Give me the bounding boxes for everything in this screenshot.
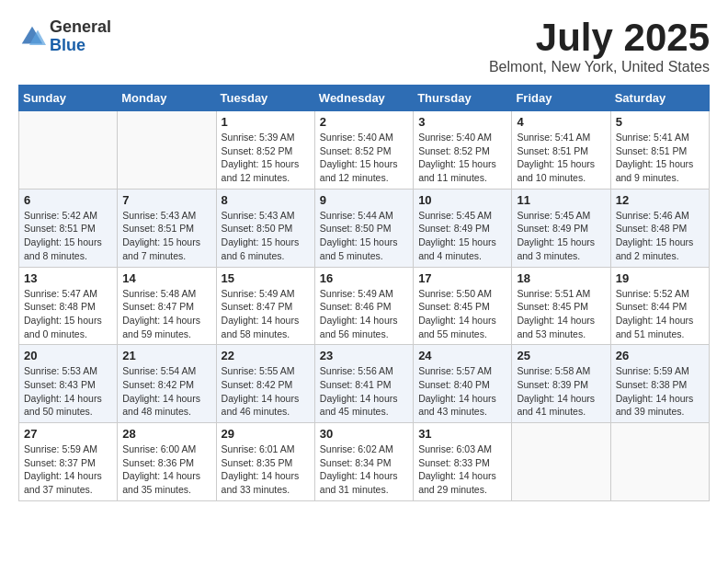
calendar-day-cell: 30Sunrise: 6:02 AM Sunset: 8:34 PM Dayli… bbox=[314, 423, 413, 501]
day-info: Sunrise: 5:54 AM Sunset: 8:42 PM Dayligh… bbox=[122, 364, 210, 419]
calendar-day-cell: 28Sunrise: 6:00 AM Sunset: 8:36 PM Dayli… bbox=[118, 423, 216, 501]
calendar-table: SundayMondayTuesdayWednesdayThursdayFrid… bbox=[18, 85, 710, 501]
day-number: 22 bbox=[222, 349, 310, 362]
calendar-day-cell: 14Sunrise: 5:48 AM Sunset: 8:47 PM Dayli… bbox=[118, 267, 216, 345]
calendar-day-cell bbox=[610, 423, 709, 501]
calendar-day-cell: 25Sunrise: 5:58 AM Sunset: 8:39 PM Dayli… bbox=[512, 345, 610, 423]
day-info: Sunrise: 5:42 AM Sunset: 8:51 PM Dayligh… bbox=[24, 209, 112, 263]
day-number: 25 bbox=[517, 349, 605, 362]
calendar-day-cell: 22Sunrise: 5:55 AM Sunset: 8:42 PM Dayli… bbox=[216, 345, 314, 423]
calendar-day-cell: 10Sunrise: 5:45 AM Sunset: 8:49 PM Dayli… bbox=[414, 189, 512, 267]
day-info: Sunrise: 5:41 AM Sunset: 8:51 PM Dayligh… bbox=[517, 131, 605, 185]
day-number: 30 bbox=[320, 427, 408, 441]
day-info: Sunrise: 5:47 AM Sunset: 8:48 PM Dayligh… bbox=[24, 287, 112, 341]
calendar-day-cell: 26Sunrise: 5:59 AM Sunset: 8:38 PM Dayli… bbox=[610, 345, 709, 423]
calendar-day-cell: 23Sunrise: 5:56 AM Sunset: 8:41 PM Dayli… bbox=[314, 345, 413, 423]
calendar-day-cell: 27Sunrise: 5:59 AM Sunset: 8:37 PM Dayli… bbox=[19, 423, 118, 501]
calendar-day-cell: 11Sunrise: 5:45 AM Sunset: 8:49 PM Dayli… bbox=[512, 189, 610, 267]
day-info: Sunrise: 5:46 AM Sunset: 8:48 PM Dayligh… bbox=[616, 209, 704, 263]
calendar-day-cell: 8Sunrise: 5:43 AM Sunset: 8:50 PM Daylig… bbox=[216, 189, 314, 267]
logo: General Blue bbox=[18, 18, 111, 55]
calendar-day-cell: 12Sunrise: 5:46 AM Sunset: 8:48 PM Dayli… bbox=[610, 189, 709, 267]
day-number: 24 bbox=[418, 349, 506, 362]
day-number: 9 bbox=[320, 193, 408, 207]
calendar-day-cell: 24Sunrise: 5:57 AM Sunset: 8:40 PM Dayli… bbox=[414, 345, 512, 423]
day-number: 21 bbox=[122, 349, 210, 362]
day-info: Sunrise: 5:57 AM Sunset: 8:40 PM Dayligh… bbox=[418, 364, 506, 419]
day-info: Sunrise: 6:02 AM Sunset: 8:34 PM Dayligh… bbox=[320, 442, 408, 497]
weekday-header-row: SundayMondayTuesdayWednesdayThursdayFrid… bbox=[19, 86, 710, 111]
page-header: General Blue July 2025 Belmont, New York… bbox=[18, 18, 710, 75]
day-number: 7 bbox=[122, 193, 210, 207]
calendar-day-cell: 29Sunrise: 6:01 AM Sunset: 8:35 PM Dayli… bbox=[216, 423, 314, 501]
calendar-day-cell bbox=[19, 111, 118, 190]
weekday-header: Thursday bbox=[414, 86, 512, 111]
day-info: Sunrise: 5:59 AM Sunset: 8:37 PM Dayligh… bbox=[24, 442, 112, 497]
weekday-header: Monday bbox=[118, 86, 216, 111]
day-info: Sunrise: 5:56 AM Sunset: 8:41 PM Dayligh… bbox=[320, 364, 408, 419]
calendar-day-cell: 13Sunrise: 5:47 AM Sunset: 8:48 PM Dayli… bbox=[19, 267, 118, 345]
day-number: 16 bbox=[320, 271, 408, 285]
calendar-day-cell: 2Sunrise: 5:40 AM Sunset: 8:52 PM Daylig… bbox=[314, 111, 413, 190]
calendar-day-cell: 20Sunrise: 5:53 AM Sunset: 8:43 PM Dayli… bbox=[19, 345, 118, 423]
day-number: 26 bbox=[616, 349, 704, 362]
calendar-day-cell: 4Sunrise: 5:41 AM Sunset: 8:51 PM Daylig… bbox=[512, 111, 610, 190]
weekday-header: Sunday bbox=[19, 86, 118, 111]
day-number: 15 bbox=[222, 271, 310, 285]
calendar-day-cell: 17Sunrise: 5:50 AM Sunset: 8:45 PM Dayli… bbox=[414, 267, 512, 345]
day-info: Sunrise: 5:45 AM Sunset: 8:49 PM Dayligh… bbox=[418, 209, 506, 263]
calendar-day-cell: 3Sunrise: 5:40 AM Sunset: 8:52 PM Daylig… bbox=[414, 111, 512, 190]
calendar-day-cell: 1Sunrise: 5:39 AM Sunset: 8:52 PM Daylig… bbox=[216, 111, 314, 190]
day-number: 10 bbox=[418, 193, 506, 207]
day-number: 2 bbox=[320, 115, 408, 129]
logo-icon bbox=[18, 23, 46, 51]
calendar-day-cell: 5Sunrise: 5:41 AM Sunset: 8:51 PM Daylig… bbox=[610, 111, 709, 190]
weekday-header: Tuesday bbox=[216, 86, 314, 111]
weekday-header: Wednesday bbox=[314, 86, 413, 111]
day-number: 13 bbox=[24, 271, 112, 285]
day-number: 3 bbox=[418, 115, 506, 129]
calendar-week-row: 1Sunrise: 5:39 AM Sunset: 8:52 PM Daylig… bbox=[19, 111, 710, 190]
day-number: 5 bbox=[616, 115, 704, 129]
month-title: July 2025 bbox=[489, 18, 710, 57]
day-info: Sunrise: 5:43 AM Sunset: 8:50 PM Dayligh… bbox=[222, 209, 310, 263]
day-info: Sunrise: 6:03 AM Sunset: 8:33 PM Dayligh… bbox=[418, 442, 506, 497]
calendar-day-cell: 7Sunrise: 5:43 AM Sunset: 8:51 PM Daylig… bbox=[118, 189, 216, 267]
calendar-week-row: 6Sunrise: 5:42 AM Sunset: 8:51 PM Daylig… bbox=[19, 189, 710, 267]
day-info: Sunrise: 5:53 AM Sunset: 8:43 PM Dayligh… bbox=[24, 364, 112, 419]
calendar-day-cell: 15Sunrise: 5:49 AM Sunset: 8:47 PM Dayli… bbox=[216, 267, 314, 345]
title-block: July 2025 Belmont, New York, United Stat… bbox=[489, 18, 710, 75]
day-number: 29 bbox=[222, 427, 310, 441]
calendar-day-cell: 21Sunrise: 5:54 AM Sunset: 8:42 PM Dayli… bbox=[118, 345, 216, 423]
day-number: 20 bbox=[24, 349, 112, 362]
day-number: 12 bbox=[616, 193, 704, 207]
day-info: Sunrise: 5:43 AM Sunset: 8:51 PM Dayligh… bbox=[122, 209, 210, 263]
day-info: Sunrise: 6:01 AM Sunset: 8:35 PM Dayligh… bbox=[222, 442, 310, 497]
day-number: 27 bbox=[24, 427, 112, 441]
day-info: Sunrise: 5:50 AM Sunset: 8:45 PM Dayligh… bbox=[418, 287, 506, 341]
calendar-week-row: 27Sunrise: 5:59 AM Sunset: 8:37 PM Dayli… bbox=[19, 423, 710, 501]
day-info: Sunrise: 5:41 AM Sunset: 8:51 PM Dayligh… bbox=[616, 131, 704, 185]
day-info: Sunrise: 6:00 AM Sunset: 8:36 PM Dayligh… bbox=[122, 442, 210, 497]
day-info: Sunrise: 5:58 AM Sunset: 8:39 PM Dayligh… bbox=[517, 364, 605, 419]
location-title: Belmont, New York, United States bbox=[489, 59, 710, 75]
day-number: 6 bbox=[24, 193, 112, 207]
day-info: Sunrise: 5:55 AM Sunset: 8:42 PM Dayligh… bbox=[222, 364, 310, 419]
calendar-day-cell bbox=[118, 111, 216, 190]
calendar-day-cell: 31Sunrise: 6:03 AM Sunset: 8:33 PM Dayli… bbox=[414, 423, 512, 501]
day-number: 4 bbox=[517, 115, 605, 129]
day-info: Sunrise: 5:45 AM Sunset: 8:49 PM Dayligh… bbox=[517, 209, 605, 263]
day-info: Sunrise: 5:40 AM Sunset: 8:52 PM Dayligh… bbox=[320, 131, 408, 185]
day-info: Sunrise: 5:44 AM Sunset: 8:50 PM Dayligh… bbox=[320, 209, 408, 263]
weekday-header: Friday bbox=[512, 86, 610, 111]
day-info: Sunrise: 5:49 AM Sunset: 8:47 PM Dayligh… bbox=[222, 287, 310, 341]
day-number: 14 bbox=[122, 271, 210, 285]
day-number: 23 bbox=[320, 349, 408, 362]
calendar-day-cell: 9Sunrise: 5:44 AM Sunset: 8:50 PM Daylig… bbox=[314, 189, 413, 267]
day-info: Sunrise: 5:48 AM Sunset: 8:47 PM Dayligh… bbox=[122, 287, 210, 341]
calendar-week-row: 13Sunrise: 5:47 AM Sunset: 8:48 PM Dayli… bbox=[19, 267, 710, 345]
logo-blue: Blue bbox=[50, 37, 111, 55]
calendar-day-cell bbox=[512, 423, 610, 501]
logo-general: General bbox=[50, 18, 111, 37]
day-info: Sunrise: 5:39 AM Sunset: 8:52 PM Dayligh… bbox=[222, 131, 310, 185]
